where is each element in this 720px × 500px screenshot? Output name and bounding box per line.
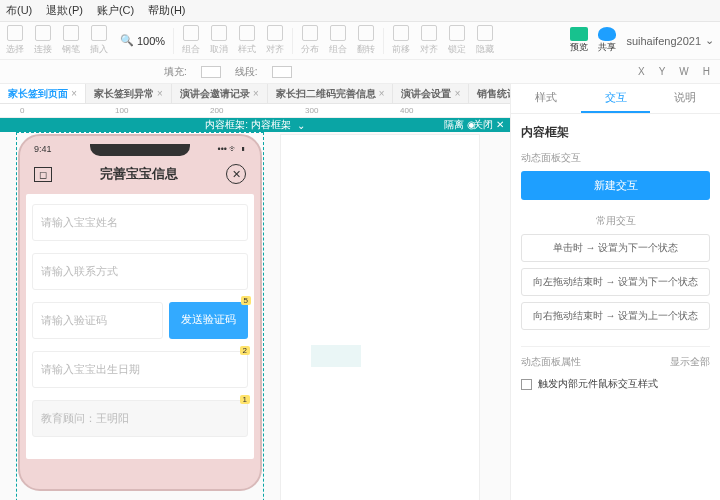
y-label: Y xyxy=(659,66,666,77)
show-all-link[interactable]: 显示全部 xyxy=(670,355,710,369)
fill-label: 填充: xyxy=(164,65,187,79)
status-icons: ••• ᯤ ▮ xyxy=(218,144,246,154)
annotation-badge: 2 xyxy=(240,346,250,355)
code-row: 请输入验证码 发送验证码 5 xyxy=(32,302,248,339)
canvas[interactable]: 家长签到页面× 家长签到异常× 演讲会邀请记录× 家长扫二维码完善信息× 演讲会… xyxy=(0,84,510,500)
preview-button[interactable]: 预览 xyxy=(570,27,588,54)
form-card: 请输入宝宝姓名 请输入联系方式 请输入验证码 发送验证码 5 请输入宝宝出生日期… xyxy=(26,194,254,459)
name-field[interactable]: 请输入宝宝姓名 xyxy=(32,204,248,241)
tab-interact[interactable]: 交互 xyxy=(581,84,651,113)
tool-12[interactable]: 前移 xyxy=(392,25,410,56)
prop-section-label: 动态面板属性 xyxy=(521,355,581,369)
common-label: 常用交互 xyxy=(521,214,710,228)
menu-cancel[interactable]: 退欺(P) xyxy=(46,3,83,18)
h-label: H xyxy=(703,66,710,77)
line-swatch[interactable] xyxy=(272,66,292,78)
tool-14[interactable]: 锁定 xyxy=(448,25,466,56)
annotation-badge: 1 xyxy=(240,395,250,404)
page-tab[interactable]: 家长签到页面× xyxy=(0,84,86,103)
page-tabs: 家长签到页面× 家长签到异常× 演讲会邀请记录× 家长扫二维码完善信息× 演讲会… xyxy=(0,84,510,104)
code-field[interactable]: 请输入验证码 xyxy=(32,302,163,339)
tool-9[interactable]: 分布 xyxy=(301,25,319,56)
advisor-field[interactable]: 教育顾问：王明阳1 xyxy=(32,400,248,437)
chevron-down-icon: ⌄ xyxy=(705,34,714,47)
back-icon[interactable]: ◻ xyxy=(34,167,52,182)
annotation-badge: 5 xyxy=(241,296,251,305)
tool-8[interactable]: 对齐 xyxy=(266,25,284,56)
tool-select[interactable]: 选择 xyxy=(6,25,24,56)
selection-bar: 内容框架: 内容框架⌄ 隔离 ◉ 关闭 ✕ xyxy=(0,118,510,132)
isolate-button[interactable]: 隔离 ◉ xyxy=(444,118,476,132)
x-label: X xyxy=(638,66,645,77)
close-selection[interactable]: 关闭 ✕ xyxy=(473,118,504,132)
menu-bar: 布(U) 退欺(P) 账户(C) 帮助(H) xyxy=(0,0,720,22)
new-interaction-button[interactable]: 新建交互 xyxy=(521,171,710,200)
ruler-horizontal: 0100200300400 xyxy=(0,104,510,118)
tool-7[interactable]: 样式 xyxy=(238,25,256,56)
preset-swipe-right[interactable]: 向右拖动结束时 → 设置为上一个状态 xyxy=(521,302,710,330)
w-label: W xyxy=(679,66,688,77)
contact-field[interactable]: 请输入联系方式 xyxy=(32,253,248,290)
menu-account[interactable]: 账户(C) xyxy=(97,3,134,18)
zoom-control[interactable]: 🔍100% xyxy=(120,34,165,47)
selection-label: 内容框架: 内容框架 xyxy=(205,118,291,132)
birth-field[interactable]: 请输入宝宝出生日期2 xyxy=(32,351,248,388)
inspector-panel: 样式 交互 说明 内容框架 动态面板交互 新建交互 常用交互 单击时 → 设置为… xyxy=(510,84,720,500)
tab-style[interactable]: 样式 xyxy=(511,84,581,113)
tab-note[interactable]: 说明 xyxy=(650,84,720,113)
anim-section-label: 动态面板交互 xyxy=(521,151,710,165)
menu-help[interactable]: 帮助(H) xyxy=(148,3,185,18)
phone-mockup: 9:41••• ᯤ ▮ ◻ 完善宝宝信息 ✕ 请输入宝宝姓名 请输入联系方式 请… xyxy=(18,134,262,491)
tool-6[interactable]: 取消 xyxy=(210,25,228,56)
trigger-checkbox[interactable]: 触发内部元件鼠标交互样式 xyxy=(521,377,710,391)
page-tab[interactable]: 家长扫二维码完善信息× xyxy=(268,84,394,103)
share-button[interactable]: 共享 xyxy=(598,27,616,54)
page-title: 完善宝宝信息 xyxy=(100,165,178,183)
artboard-empty xyxy=(280,134,480,500)
preset-swipe-left[interactable]: 向左拖动结束时 → 设置为下一个状态 xyxy=(521,268,710,296)
tool-15[interactable]: 隐藏 xyxy=(476,25,494,56)
page-tab[interactable]: 家长签到异常× xyxy=(86,84,172,103)
preset-click[interactable]: 单击时 → 设置为下一个状态 xyxy=(521,234,710,262)
tool-5[interactable]: 组合 xyxy=(182,25,200,56)
fill-swatch[interactable] xyxy=(201,66,221,78)
tool-pen[interactable]: 钢笔 xyxy=(62,25,80,56)
chevron-down-icon[interactable]: ⌄ xyxy=(297,120,305,131)
phone-notch xyxy=(90,144,190,156)
page-tab[interactable]: 演讲会设置× xyxy=(393,84,469,103)
tool-10[interactable]: 组合 xyxy=(329,25,347,56)
tool-11[interactable]: 翻转 xyxy=(357,25,375,56)
close-icon[interactable]: ✕ xyxy=(226,164,246,184)
search-icon: 🔍 xyxy=(120,34,134,47)
tool-connect[interactable]: 连接 xyxy=(34,25,52,56)
send-code-button[interactable]: 发送验证码 xyxy=(169,302,248,339)
status-time: 9:41 xyxy=(34,144,52,154)
page-tab[interactable]: 销售统计× xyxy=(469,84,510,103)
menu-layout[interactable]: 布(U) xyxy=(6,3,32,18)
line-label: 线段: xyxy=(235,65,258,79)
user-menu[interactable]: suihaifeng2021⌄ xyxy=(626,34,714,47)
property-bar: 填充: 线段: X Y W H xyxy=(0,60,720,84)
selected-element-name: 内容框架 xyxy=(521,124,710,141)
page-tab[interactable]: 演讲会邀请记录× xyxy=(172,84,268,103)
tool-13[interactable]: 对齐 xyxy=(420,25,438,56)
tool-insert[interactable]: 插入 xyxy=(90,25,108,56)
toolbar: 选择 连接 钢笔 插入 🔍100% 组合 取消 样式 对齐 分布 组合 翻转 前… xyxy=(0,22,720,60)
